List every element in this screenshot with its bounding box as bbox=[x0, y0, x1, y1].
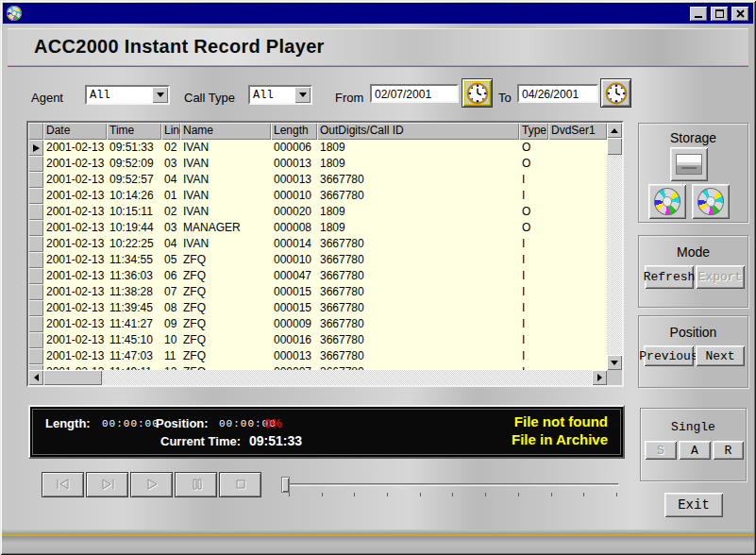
cell: 2001-02-13 bbox=[43, 220, 107, 236]
cell: 09:51:33 bbox=[107, 140, 161, 156]
cell: IVAN bbox=[180, 172, 271, 188]
hdd-storage-button[interactable] bbox=[670, 147, 708, 181]
column-header[interactable]: Length bbox=[271, 123, 317, 140]
agent-label: Agent bbox=[31, 91, 63, 105]
column-header[interactable]: DvdSer1 bbox=[548, 123, 607, 140]
table-row[interactable]: 2001-02-1309:52:0903IVAN0000131809O bbox=[28, 156, 607, 172]
row-selector[interactable] bbox=[28, 172, 43, 188]
vertical-scrollbar[interactable] bbox=[607, 123, 622, 370]
close-button[interactable] bbox=[731, 7, 748, 21]
call-type-select[interactable]: All bbox=[248, 85, 312, 105]
export-button[interactable]: Export bbox=[696, 265, 745, 289]
cell: 11:38:28 bbox=[107, 284, 161, 300]
row-selector[interactable] bbox=[28, 316, 43, 332]
table-row[interactable]: 2001-02-1309:52:5704IVAN0000133667780I bbox=[28, 172, 607, 188]
maximize-icon bbox=[715, 9, 724, 18]
horizontal-scrollbar-track[interactable] bbox=[102, 370, 592, 385]
playback-display: Length: 00:00:00 Position: 00:00:00 0% C… bbox=[28, 405, 625, 459]
minimize-button[interactable] bbox=[690, 7, 707, 21]
table-row[interactable]: 2001-02-1311:41:2709ZFQ0000093667780I bbox=[28, 316, 607, 332]
play-button[interactable] bbox=[130, 472, 173, 497]
column-header[interactable]: Type bbox=[519, 123, 548, 140]
row-selector[interactable] bbox=[28, 300, 43, 316]
table-row[interactable]: 2001-02-1311:45:1010ZFQ0000163667780I bbox=[28, 332, 607, 348]
scroll-right-button[interactable] bbox=[592, 370, 607, 385]
cell: 10:19:44 bbox=[107, 220, 161, 236]
scroll-up-button[interactable] bbox=[607, 123, 622, 138]
to-date-input[interactable]: 04/26/2001 bbox=[517, 84, 598, 103]
next-button[interactable]: Next bbox=[696, 345, 745, 366]
table-row[interactable]: 2001-02-1311:47:0311ZFQ0000133667780I bbox=[28, 348, 607, 364]
maximize-button[interactable] bbox=[711, 7, 728, 21]
column-header[interactable]: Date bbox=[43, 123, 107, 140]
exit-button[interactable]: Exit bbox=[664, 493, 723, 517]
call-type-value: All bbox=[250, 87, 294, 103]
table-row[interactable]: 2001-02-1311:34:5505ZFQ0000103667780I bbox=[28, 252, 607, 268]
row-selector[interactable] bbox=[28, 220, 43, 236]
cell: I bbox=[519, 268, 548, 284]
scroll-left-button[interactable] bbox=[28, 370, 43, 385]
seek-slider[interactable] bbox=[279, 475, 621, 497]
row-selector[interactable] bbox=[28, 188, 43, 204]
agent-dropdown-button[interactable] bbox=[152, 87, 168, 103]
skip-end-button[interactable] bbox=[86, 472, 128, 497]
cell: I bbox=[519, 316, 548, 332]
row-selector[interactable] bbox=[28, 204, 43, 220]
table-row[interactable]: 2001-02-1310:14:2601IVAN0000103667780I bbox=[28, 188, 607, 204]
cell: 000013 bbox=[271, 172, 317, 188]
cell: 02 bbox=[161, 140, 180, 156]
cd-icon bbox=[654, 188, 680, 215]
table-row[interactable]: 2001-02-1311:36:0306ZFQ0000473667780I bbox=[28, 268, 607, 284]
vertical-scrollbar-thumb[interactable] bbox=[607, 138, 622, 155]
stop-button[interactable] bbox=[219, 472, 261, 497]
cell: I bbox=[519, 348, 548, 364]
cell: O bbox=[519, 220, 548, 236]
column-header[interactable]: Line bbox=[161, 123, 180, 140]
to-label: To bbox=[498, 91, 512, 105]
cell: IVAN bbox=[180, 188, 271, 204]
column-header[interactable]: Name bbox=[180, 123, 271, 140]
table-row[interactable]: 2001-02-1310:15:1102IVAN0000201809O bbox=[28, 204, 607, 220]
horizontal-scrollbar[interactable] bbox=[28, 370, 607, 385]
call-type-dropdown-button[interactable] bbox=[294, 87, 311, 103]
cd-storage-button-1[interactable] bbox=[648, 184, 686, 219]
skip-start-button[interactable] bbox=[42, 472, 84, 497]
row-selector[interactable] bbox=[28, 348, 43, 364]
table-row[interactable]: 2001-02-1309:51:3302IVAN0000061809O bbox=[28, 140, 607, 156]
cd-storage-button-2[interactable] bbox=[692, 184, 730, 219]
horizontal-scrollbar-thumb[interactable] bbox=[43, 370, 102, 385]
refresh-button[interactable]: Refresh bbox=[645, 265, 694, 289]
cell: ZFQ bbox=[180, 284, 271, 300]
vertical-scrollbar-track[interactable] bbox=[607, 155, 622, 355]
s-button[interactable]: S bbox=[645, 441, 677, 460]
row-selector[interactable] bbox=[28, 332, 43, 348]
cell: ZFQ bbox=[180, 268, 271, 284]
column-header[interactable]: Time bbox=[107, 123, 161, 140]
row-selector[interactable] bbox=[28, 252, 43, 268]
row-selector[interactable] bbox=[28, 156, 43, 172]
table-row[interactable]: 2001-02-1311:39:4508ZFQ0000153667780I bbox=[28, 300, 607, 316]
agent-select[interactable]: All bbox=[85, 85, 170, 105]
table-row[interactable]: 2001-02-1310:19:4403MANAGER0000081809O bbox=[28, 220, 607, 236]
row-selector[interactable] bbox=[28, 268, 43, 284]
r-button[interactable]: R bbox=[713, 441, 744, 460]
slider-thumb[interactable] bbox=[281, 477, 290, 493]
a-button[interactable]: A bbox=[679, 441, 711, 460]
column-header[interactable]: OutDigits/Call ID bbox=[317, 123, 519, 140]
row-selector[interactable] bbox=[28, 284, 43, 300]
from-date-picker-button[interactable] bbox=[462, 78, 493, 108]
row-selector[interactable] bbox=[28, 236, 43, 252]
pause-button[interactable] bbox=[175, 472, 217, 497]
scroll-down-button[interactable] bbox=[607, 355, 622, 370]
current-row-indicator[interactable] bbox=[28, 140, 43, 156]
from-date-input[interactable]: 02/07/2001 bbox=[370, 84, 459, 103]
to-date-picker-button[interactable] bbox=[600, 78, 631, 108]
table-row[interactable]: 2001-02-1310:22:2504IVAN0000143667780I bbox=[28, 236, 607, 252]
table-row[interactable]: 2001-02-1311:38:2807ZFQ0000153667780I bbox=[28, 284, 607, 300]
slider-track[interactable] bbox=[285, 483, 619, 486]
cell: IVAN bbox=[180, 156, 271, 172]
cell: 2001-02-13 bbox=[43, 348, 107, 364]
cell: I bbox=[519, 300, 548, 316]
cell bbox=[548, 204, 607, 220]
previous-button[interactable]: Previous bbox=[644, 345, 694, 366]
